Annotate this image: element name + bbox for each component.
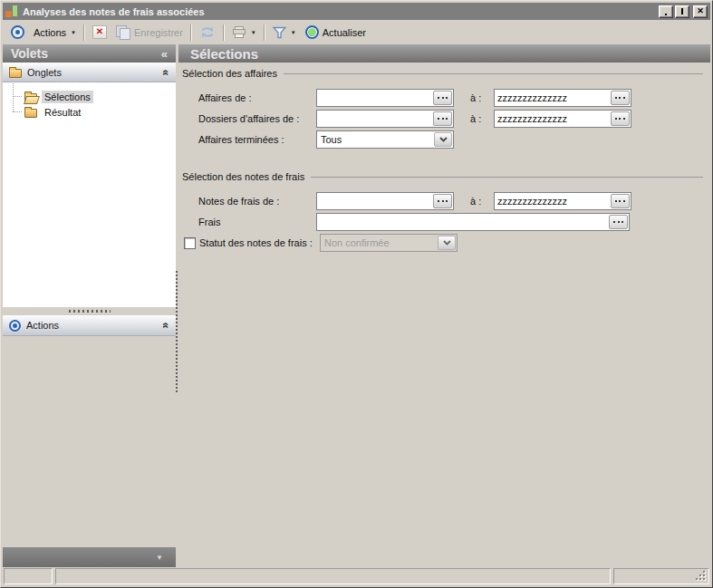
sidebar-horizontal-splitter[interactable] xyxy=(3,307,176,315)
group-notes-header: Sélection des notes de frais xyxy=(182,170,705,183)
status-cell-middle xyxy=(55,568,611,584)
ellipsis-icon xyxy=(438,97,448,99)
toolbar-separator xyxy=(223,24,225,41)
refresh-button[interactable]: Actualiser xyxy=(301,24,371,41)
affaires-terminees-label: Affaires terminées : xyxy=(198,134,316,145)
ellipsis-icon xyxy=(438,200,448,202)
notes-de-field xyxy=(316,192,454,210)
chevron-down-icon: ▼ xyxy=(71,30,76,35)
sidebar: Volets « Onglets « Sélections Résultat xyxy=(3,44,176,567)
statut-row: Statut des notes de frais : Non confirmé… xyxy=(182,234,705,252)
sidebar-section-actions[interactable]: Actions « xyxy=(3,315,176,336)
frais-label: Frais xyxy=(198,217,316,227)
resize-grip-icon[interactable] xyxy=(696,571,707,582)
minimize-icon xyxy=(665,14,667,15)
chevron-down-icon: ▼ xyxy=(156,554,163,562)
affaires-de-ellipsis-button[interactable] xyxy=(433,91,452,105)
sidebar-collapsed-panel-button[interactable]: ▼ xyxy=(3,547,176,567)
save-icon xyxy=(116,25,130,39)
affaires-de-label: Affaires de : xyxy=(198,92,316,103)
folder-icon xyxy=(24,109,37,118)
toolbar-separator xyxy=(264,24,265,41)
main-panel: Sélections Sélection des affaires Affair… xyxy=(178,44,710,567)
statut-value: Non confirmée xyxy=(324,237,390,248)
frais-input[interactable] xyxy=(316,213,630,231)
collapse-sidebar-icon[interactable]: « xyxy=(161,47,168,61)
filter-button[interactable]: ▼ xyxy=(268,24,301,41)
actions-menu-button[interactable]: Actions ▼ xyxy=(29,25,81,40)
status-bar xyxy=(3,567,710,585)
dossiers-de-ellipsis-button[interactable] xyxy=(433,111,452,126)
ellipsis-icon xyxy=(615,97,625,99)
delete-button[interactable]: ✕ xyxy=(88,24,111,41)
save-label: Enregistrer xyxy=(134,27,183,38)
affaires-a-label: à : xyxy=(470,92,494,103)
title-bar: Analyses des notes de frais associées ✕ xyxy=(3,3,710,20)
sidebar-section-onglets[interactable]: Onglets « xyxy=(3,63,176,82)
group-divider-line xyxy=(284,73,703,74)
group-affaires-header: Sélection des affaires xyxy=(182,67,705,80)
filter-funnel-icon xyxy=(273,26,286,39)
dossiers-a-field xyxy=(494,110,631,128)
collapse-section-icon[interactable]: « xyxy=(161,69,172,75)
save-button[interactable]: Enregistrer xyxy=(111,24,188,41)
splitter-grip-dots xyxy=(69,310,111,313)
notes-de-ellipsis-button[interactable] xyxy=(433,194,452,208)
open-folder-icon xyxy=(24,93,37,102)
app-window: Analyses des notes de frais associées ✕ … xyxy=(0,0,713,588)
app-icon xyxy=(5,5,18,17)
group-notes-label: Sélection des notes de frais xyxy=(182,171,304,182)
chevron-down-icon xyxy=(443,240,451,246)
dossiers-de-field xyxy=(316,110,454,128)
print-dropdown-icon[interactable]: ▼ xyxy=(251,30,256,35)
print-button[interactable]: ▼ xyxy=(227,24,261,40)
delete-x-icon: ✕ xyxy=(92,25,107,39)
sidebar-header-title: Volets xyxy=(11,46,48,61)
close-button[interactable]: ✕ xyxy=(693,5,708,18)
window-title: Analyses des notes de frais associées xyxy=(23,6,659,17)
refresh-label: Actualiser xyxy=(323,27,366,38)
filter-dropdown-icon[interactable]: ▼ xyxy=(291,30,296,35)
notes-a-label: à : xyxy=(470,196,494,207)
actions-menu-label: Actions xyxy=(34,27,66,38)
affaires-de-row: Affaires de : à : xyxy=(182,89,705,107)
onglets-section-label: Onglets xyxy=(27,67,62,78)
sync-button[interactable] xyxy=(195,24,220,41)
dossiers-a-ellipsis-button[interactable] xyxy=(611,111,630,126)
dossiers-row: Dossiers d'affaires de : à : xyxy=(182,110,705,128)
affaires-terminees-select[interactable]: Tous xyxy=(316,130,454,149)
tree-item-resultat[interactable]: Résultat xyxy=(3,104,176,120)
group-affaires-label: Sélection des affaires xyxy=(182,68,277,79)
vertical-splitter[interactable] xyxy=(176,271,178,392)
tree-item-label: Résultat xyxy=(42,106,83,119)
ellipsis-icon xyxy=(615,118,625,120)
main-panel-title: Sélections xyxy=(190,46,258,62)
affaires-a-field xyxy=(494,89,631,107)
minimize-button[interactable] xyxy=(659,5,673,18)
collapse-section-icon[interactable]: « xyxy=(161,323,172,329)
combo-dropdown-button[interactable] xyxy=(434,132,452,147)
maximize-button[interactable] xyxy=(675,5,689,18)
combo-dropdown-button xyxy=(438,236,456,250)
statut-checkbox[interactable] xyxy=(184,237,196,249)
ellipsis-icon xyxy=(615,200,625,202)
actions-section-label: Actions xyxy=(26,320,59,331)
notes-a-ellipsis-button[interactable] xyxy=(611,194,630,208)
affaires-a-ellipsis-button[interactable] xyxy=(611,91,630,105)
actions-menu-icon-button[interactable] xyxy=(6,24,29,41)
sidebar-empty-area xyxy=(3,336,176,547)
folder-icon xyxy=(9,69,22,78)
frais-ellipsis-button[interactable] xyxy=(609,215,628,229)
onglets-tree: Sélections Résultat xyxy=(3,82,176,307)
sidebar-header: Volets « xyxy=(3,44,176,63)
tree-item-selections[interactable]: Sélections xyxy=(3,89,176,104)
bullseye-icon xyxy=(11,25,24,39)
statut-select: Non confirmée xyxy=(320,234,458,252)
toolbar: Actions ▼ ✕ Enregistrer xyxy=(3,20,710,44)
selection-form: Sélection des affaires Affaires de : à : xyxy=(178,63,710,567)
toolbar-separator xyxy=(83,24,85,41)
frais-field xyxy=(316,213,630,231)
affaires-terminees-row: Affaires terminées : Tous xyxy=(182,130,705,149)
maximize-icon xyxy=(681,8,683,14)
sync-arrows-icon xyxy=(199,25,216,39)
